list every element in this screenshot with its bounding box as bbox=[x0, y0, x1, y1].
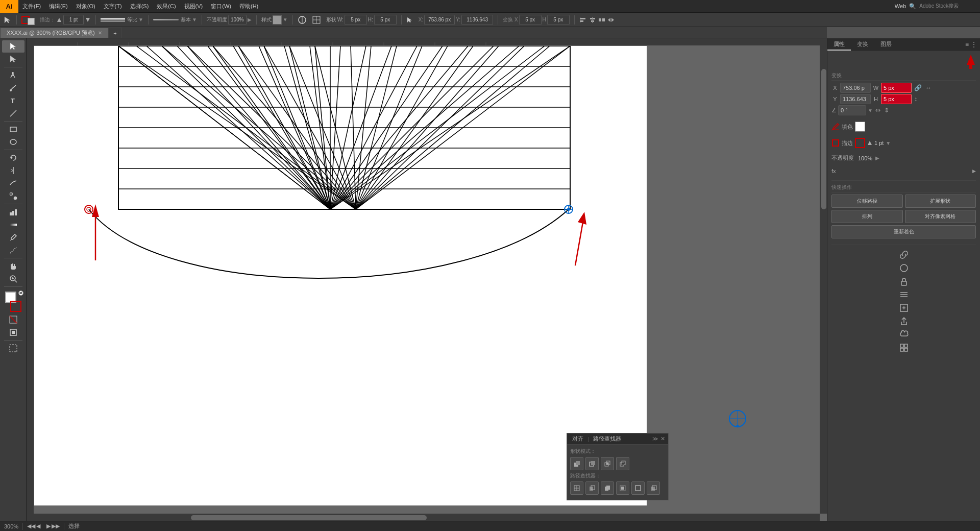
panel-more-icon[interactable]: ⋮ bbox=[971, 41, 977, 48]
canvas-area[interactable]: 对齐 | 路径查找器 ≫ ✕ 形状模式： bbox=[27, 38, 827, 521]
layers-tab[interactable]: 图层 bbox=[874, 38, 898, 51]
link-icon[interactable] bbox=[899, 250, 909, 259]
lock-icon[interactable] bbox=[899, 277, 909, 286]
tool-graph[interactable] bbox=[2, 206, 24, 218]
transform-tab[interactable]: 变换 bbox=[851, 38, 874, 51]
tw-input[interactable] bbox=[519, 15, 542, 25]
effects-icon[interactable] bbox=[899, 263, 909, 273]
menu-view[interactable]: 视图(V) bbox=[180, 0, 207, 12]
fill-color-preview[interactable] bbox=[28, 18, 35, 25]
tool-line[interactable] bbox=[2, 107, 24, 119]
menu-window[interactable]: 窗口(W) bbox=[207, 0, 235, 12]
tab-close-button[interactable]: ✕ bbox=[98, 30, 102, 36]
menu-text[interactable]: 文字(T) bbox=[100, 0, 126, 12]
flip-horizontal-icon[interactable] bbox=[607, 16, 615, 24]
menu-edit[interactable]: 编辑(E) bbox=[45, 0, 72, 12]
shear-v-icon[interactable]: ⇕ bbox=[883, 107, 890, 114]
stroke-style-arrow[interactable]: ▼ bbox=[138, 17, 143, 22]
menu-effect[interactable]: 效果(C) bbox=[153, 0, 180, 12]
menu-help[interactable]: 帮助(H) bbox=[235, 0, 262, 12]
minus-back-button[interactable] bbox=[647, 481, 660, 495]
pf-close-icon[interactable]: ✕ bbox=[660, 436, 665, 442]
tool-gradient[interactable] bbox=[2, 219, 24, 231]
last-page-button[interactable]: ▶▶ bbox=[52, 523, 60, 529]
tool-brush[interactable] bbox=[2, 82, 24, 94]
menu-select[interactable]: 选择(S) bbox=[126, 0, 153, 12]
swap-colors-icon[interactable]: ⇄ bbox=[18, 291, 23, 296]
style-swatch[interactable] bbox=[273, 15, 282, 25]
minus-front-button[interactable] bbox=[585, 457, 599, 470]
fx-expand-icon[interactable]: ▶ bbox=[972, 168, 976, 174]
align-panel-icon[interactable] bbox=[899, 290, 909, 299]
toolbar-mesh-icon[interactable] bbox=[310, 14, 323, 26]
tool-zoom[interactable] bbox=[2, 273, 24, 285]
menu-object[interactable]: 对象(O) bbox=[72, 0, 100, 12]
tool-mode[interactable] bbox=[2, 326, 24, 339]
pf-expand-icon[interactable]: ≫ bbox=[652, 436, 658, 442]
tool-measure[interactable] bbox=[2, 244, 24, 256]
h-scroll-thumb[interactable] bbox=[191, 515, 427, 520]
y-coord-input[interactable] bbox=[461, 15, 493, 25]
flip-h-icon[interactable]: ↔ bbox=[924, 84, 933, 91]
link-wh-icon[interactable]: 🔗 bbox=[913, 84, 923, 91]
pathfinder-tab[interactable]: 路径查找器 bbox=[591, 435, 623, 443]
weight-input[interactable] bbox=[63, 15, 84, 25]
trim-button[interactable] bbox=[585, 481, 599, 495]
share-icon[interactable] bbox=[899, 317, 909, 326]
fill-swatch[interactable] bbox=[855, 122, 865, 132]
flip-v-icon[interactable]: ↕ bbox=[913, 95, 918, 103]
toolbar-gradient-icon[interactable] bbox=[296, 14, 308, 26]
first-page-button[interactable]: ◀◀ bbox=[27, 523, 35, 529]
tool-ellipse[interactable] bbox=[2, 136, 24, 148]
divide-button[interactable] bbox=[570, 481, 583, 495]
weight-up-icon[interactable] bbox=[56, 17, 62, 23]
align-pixel-button[interactable]: 对齐像素网格 bbox=[905, 210, 976, 223]
tool-direct-select[interactable] bbox=[2, 53, 24, 65]
expand-panel-icon[interactable] bbox=[899, 303, 909, 312]
tool-blend[interactable] bbox=[2, 190, 24, 202]
shape-h-input[interactable] bbox=[374, 15, 397, 25]
doc-tab-main[interactable]: XXXX.ai @ 300% (RGB/GPU 预览) ✕ bbox=[0, 28, 109, 38]
tool-rotate[interactable] bbox=[2, 152, 24, 164]
tool-artboard[interactable] bbox=[2, 342, 24, 354]
artboards-icon[interactable] bbox=[899, 343, 909, 352]
merge-button[interactable] bbox=[601, 481, 614, 495]
tool-pen[interactable] bbox=[2, 69, 24, 81]
opacity-arrow[interactable]: ▶ bbox=[248, 17, 252, 22]
stroke-up-arrow[interactable] bbox=[867, 140, 872, 146]
properties-tab[interactable]: 属性 bbox=[827, 38, 851, 51]
menu-file[interactable]: 文件(F) bbox=[18, 0, 45, 12]
h-transform-input[interactable] bbox=[881, 94, 912, 104]
th-input[interactable] bbox=[547, 15, 570, 25]
panel-options-icon[interactable]: ≡ bbox=[965, 41, 969, 48]
stroke-swatch[interactable] bbox=[855, 138, 865, 148]
unite-button[interactable] bbox=[570, 457, 583, 470]
add-tab-button[interactable]: + bbox=[109, 28, 122, 38]
exclude-button[interactable] bbox=[616, 457, 629, 470]
align-center-icon[interactable] bbox=[589, 16, 597, 24]
tool-none[interactable] bbox=[2, 313, 24, 326]
recolor-button[interactable]: 重新着色 bbox=[831, 225, 976, 238]
intersect-button[interactable] bbox=[601, 457, 614, 470]
y-transform-input[interactable] bbox=[840, 94, 871, 104]
opacity-input[interactable] bbox=[228, 15, 247, 25]
cloud-icon[interactable] bbox=[899, 330, 909, 339]
shape-w-input[interactable] bbox=[345, 15, 367, 25]
angle-input[interactable] bbox=[838, 105, 866, 115]
move-path-button[interactable]: 位移路径 bbox=[831, 195, 903, 208]
align-tab[interactable]: 对齐 bbox=[570, 435, 585, 443]
tool-reflect[interactable] bbox=[2, 164, 24, 177]
v-scroll-thumb[interactable] bbox=[821, 69, 826, 209]
crop-button[interactable] bbox=[616, 481, 629, 495]
w-transform-input[interactable] bbox=[881, 83, 912, 93]
tool-eyedrop[interactable] bbox=[2, 231, 24, 244]
outline-button[interactable] bbox=[631, 481, 645, 495]
shear-h-icon[interactable]: ⇔ bbox=[874, 107, 881, 114]
stroke-weight-dropdown[interactable]: ▼ bbox=[886, 140, 891, 146]
stroke-width-arrow[interactable]: ▼ bbox=[192, 17, 197, 22]
align-left-icon[interactable] bbox=[579, 16, 587, 24]
opacity-expand-icon[interactable]: ▶ bbox=[875, 155, 879, 161]
x-transform-input[interactable] bbox=[840, 83, 871, 93]
prev-page-button[interactable]: ◀ bbox=[36, 523, 40, 529]
tool-rect[interactable] bbox=[2, 123, 24, 135]
